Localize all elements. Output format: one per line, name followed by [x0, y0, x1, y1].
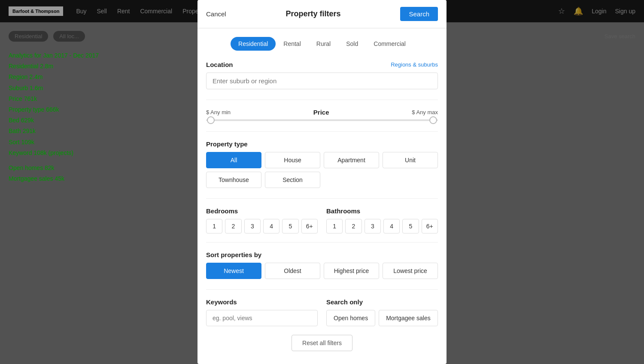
sort-grid: Newest Oldest Highest price Lowest price: [206, 263, 438, 279]
location-input[interactable]: [206, 73, 438, 89]
keywords-title: Keywords: [206, 298, 318, 306]
sort-newest-button[interactable]: Newest: [206, 263, 261, 279]
modal-body: Residential Rental Rural Sold Commercial…: [197, 28, 447, 364]
bed-3-button[interactable]: 3: [244, 219, 261, 234]
location-section: Location Regions & suburbs: [206, 61, 438, 89]
property-type-row1: All House Apartment Unit: [206, 152, 438, 168]
reset-row: Reset all filters: [206, 335, 438, 360]
type-unit-button[interactable]: Unit: [383, 152, 438, 168]
tab-commercial[interactable]: Commercial: [366, 37, 413, 51]
bedrooms-section: Bedrooms 1 2 3 4 5 6+: [206, 207, 318, 234]
price-thumb-min[interactable]: [207, 116, 215, 124]
bed-5-button[interactable]: 5: [282, 219, 298, 234]
bathrooms-section: Bathrooms 1 2 3 4 5 6+: [326, 207, 438, 234]
bath-6plus-button[interactable]: 6+: [422, 219, 438, 234]
tab-sold[interactable]: Sold: [338, 37, 366, 51]
modal-title: Property filters: [286, 9, 341, 18]
type-townhouse-button[interactable]: Townhouse: [206, 172, 261, 188]
reset-filters-button[interactable]: Reset all filters: [292, 335, 352, 351]
keywords-section: Keywords: [206, 298, 318, 326]
sort-highest-price-button[interactable]: Highest price: [324, 263, 379, 279]
modal-header: Cancel Property filters Search: [197, 0, 447, 28]
modal-overlay: Cancel Property filters Search Residenti…: [0, 0, 644, 364]
bath-4-button[interactable]: 4: [383, 219, 400, 234]
sort-section: Sort properties by Newest Oldest Highest…: [206, 251, 438, 279]
price-title: Price: [313, 109, 329, 116]
bed-2-button[interactable]: 2: [225, 219, 241, 234]
search-only-title: Search only: [326, 298, 438, 306]
price-section: $ Any min Price $ Any max: [206, 109, 438, 121]
tab-rental[interactable]: Rental: [276, 37, 308, 51]
bed-bath-row: Bedrooms 1 2 3 4 5 6+ Bathrooms 1 2: [206, 207, 438, 234]
price-slider-container[interactable]: [206, 119, 438, 121]
property-type-title: Property type: [206, 140, 248, 148]
property-type-row2: Townhouse Section: [206, 172, 438, 188]
search-only-section: Search only Open homes Mortgagee sales: [326, 298, 438, 326]
regions-suburbs-link[interactable]: Regions & suburbs: [391, 61, 438, 68]
search-button[interactable]: Search: [400, 7, 438, 21]
bedrooms-title: Bedrooms: [206, 207, 318, 215]
bath-3-button[interactable]: 3: [365, 219, 381, 234]
price-thumb-max[interactable]: [429, 116, 437, 124]
mortgagee-sales-button[interactable]: Mortgagee sales: [379, 310, 438, 326]
location-header: Location Regions & suburbs: [206, 61, 438, 68]
bath-2-button[interactable]: 2: [345, 219, 361, 234]
tab-residential[interactable]: Residential: [231, 37, 276, 51]
type-house-button[interactable]: House: [265, 152, 320, 168]
price-slider-track: [206, 119, 438, 121]
property-filters-modal: Cancel Property filters Search Residenti…: [197, 0, 447, 364]
type-apartment-button[interactable]: Apartment: [324, 152, 379, 168]
bedrooms-grid: 1 2 3 4 5 6+: [206, 219, 318, 234]
type-section-button[interactable]: Section: [265, 172, 320, 188]
open-homes-button[interactable]: Open homes: [326, 310, 375, 326]
bath-5-button[interactable]: 5: [402, 219, 419, 234]
bed-1-button[interactable]: 1: [206, 219, 222, 234]
search-only-buttons: Open homes Mortgagee sales: [326, 310, 438, 326]
sort-title: Sort properties by: [206, 251, 261, 258]
sort-oldest-button[interactable]: Oldest: [265, 263, 320, 279]
bathrooms-grid: 1 2 3 4 5 6+: [326, 219, 438, 234]
property-type-header: Property type: [206, 140, 438, 148]
bed-4-button[interactable]: 4: [263, 219, 279, 234]
price-header-row: $ Any min Price $ Any max: [206, 109, 438, 116]
tab-rural[interactable]: Rural: [309, 37, 338, 51]
bath-1-button[interactable]: 1: [326, 219, 343, 234]
sort-header: Sort properties by: [206, 251, 438, 258]
keywords-input[interactable]: [206, 310, 318, 326]
type-all-button[interactable]: All: [206, 152, 261, 168]
bed-6plus-button[interactable]: 6+: [301, 219, 318, 234]
category-tabs: Residential Rental Rural Sold Commercial: [206, 37, 438, 51]
cancel-button[interactable]: Cancel: [206, 10, 226, 18]
keywords-search-only-row: Keywords Search only Open homes Mortgage…: [206, 298, 438, 326]
price-min-label: $ Any min: [206, 109, 231, 115]
sort-lowest-price-button[interactable]: Lowest price: [383, 263, 438, 279]
price-max-label: $ Any max: [412, 109, 438, 115]
location-title: Location: [206, 61, 233, 68]
property-type-section: Property type All House Apartment Unit T…: [206, 140, 438, 188]
bathrooms-title: Bathrooms: [326, 207, 438, 215]
